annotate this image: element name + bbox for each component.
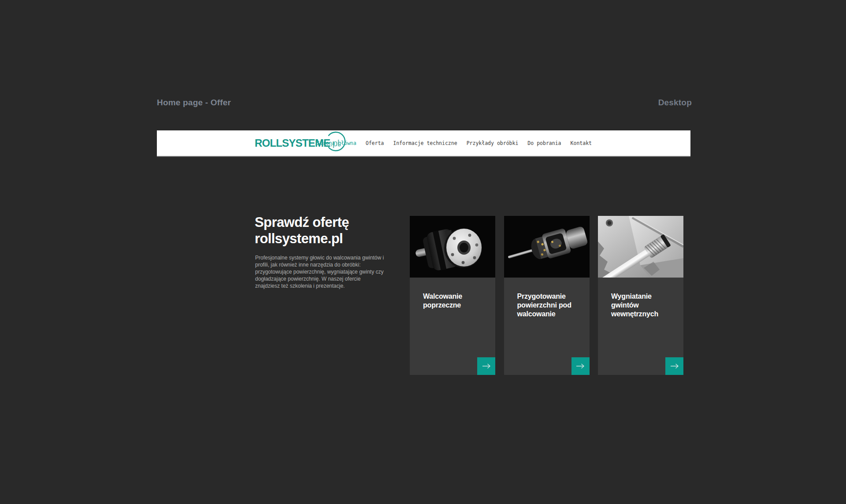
breadcrumb: Home page - Offer <box>157 98 231 107</box>
page-title: Sprawdź ofertęrollsysteme.pl <box>255 214 349 247</box>
card-walcowanie-poprzeczne[interactable]: Walcowanie poprzeczne <box>410 216 495 375</box>
internal-thread-forming-image <box>598 216 683 278</box>
card-arrow-button[interactable] <box>477 357 495 375</box>
nav-menu: Strona główna Oferta Informacje technicz… <box>317 130 592 156</box>
arrow-right-icon <box>576 363 585 369</box>
offer-cards: Walcowanie poprzeczne <box>410 216 683 375</box>
surface-preparation-tool-image <box>504 216 590 278</box>
card-przygotowanie-powierzchni[interactable]: Przygotowanie powierzchni pod walcowanie <box>504 216 590 375</box>
card-arrow-button[interactable] <box>665 357 683 375</box>
nav-item-oferta[interactable]: Oferta <box>366 140 384 146</box>
page-title-line1: Sprawdź ofertę <box>255 215 349 230</box>
arrow-right-icon <box>482 363 491 369</box>
arrow-right-icon <box>670 363 679 369</box>
site-navbar: ROLLSYSTEME .pl Strona główna Oferta Inf… <box>157 130 690 157</box>
hero-description: Profesjonalne systemy głowic do walcowan… <box>255 254 386 289</box>
nav-item-przyklady-obrobki[interactable]: Przykłady obróbki <box>467 140 519 146</box>
page-title-line2: rollsysteme.pl <box>255 231 343 246</box>
nav-item-informacje-techniczne[interactable]: Informacje techniczne <box>393 140 457 146</box>
card-title: Wygniatanie gwintów wewnętrznych <box>611 292 673 319</box>
card-title: Przygotowanie powierzchni pod walcowanie <box>517 292 579 319</box>
card-wygniatanie-gwintow[interactable]: Wygniatanie gwintów wewnętrznych <box>598 216 683 375</box>
nav-item-do-pobrania[interactable]: Do pobrania <box>527 140 561 146</box>
thread-rolling-head-image <box>410 216 495 278</box>
viewport-selector[interactable]: Desktop <box>658 98 692 107</box>
nav-item-kontakt[interactable]: Kontakt <box>571 140 592 146</box>
card-title: Walcowanie poprzeczne <box>423 292 485 310</box>
card-arrow-button[interactable] <box>571 357 590 375</box>
card-body: Wygniatanie gwintów wewnętrznych <box>598 278 683 375</box>
card-body: Walcowanie poprzeczne <box>410 278 495 375</box>
card-body: Przygotowanie powierzchni pod walcowanie <box>504 278 590 375</box>
nav-item-strona-glowna[interactable]: Strona główna <box>317 140 356 146</box>
preview-stage: Home page - Offer Desktop ROLLSYSTEME .p… <box>0 0 846 504</box>
